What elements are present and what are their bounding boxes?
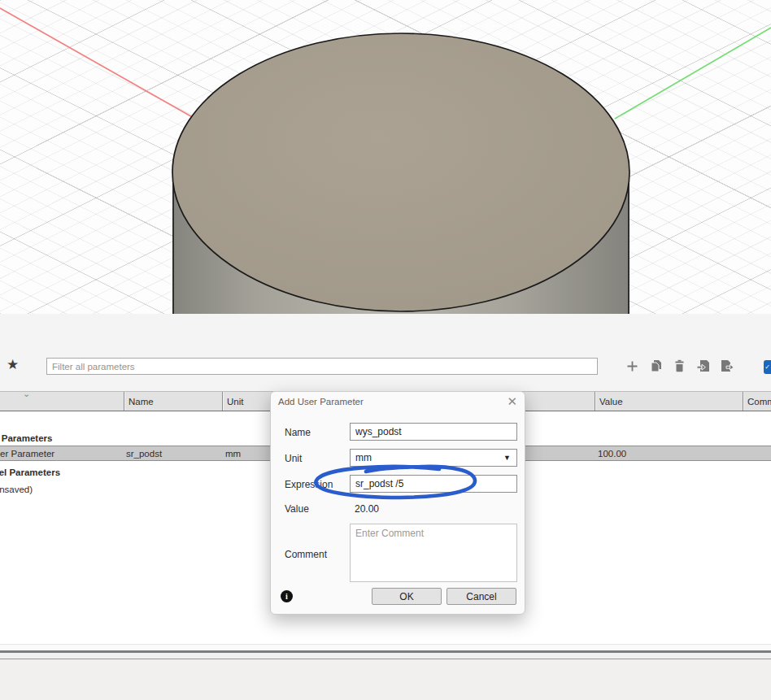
favorites-column-header[interactable]: ⌄ xyxy=(0,392,124,411)
parameter-actions-toolbar xyxy=(625,359,734,373)
unit-field-label: Unit xyxy=(285,453,302,464)
y-axis-green xyxy=(615,28,771,119)
expression-field-label: Expression xyxy=(285,479,333,490)
parameter-value-cell: 100.00 xyxy=(598,446,626,461)
value-field-label: Value xyxy=(285,503,309,515)
info-icon[interactable]: i xyxy=(281,590,293,602)
favorites-star-icon[interactable]: ★ xyxy=(7,356,19,373)
close-icon[interactable]: ✕ xyxy=(507,394,517,409)
viewport-scene xyxy=(0,0,771,314)
chevron-down-icon[interactable]: ⌄ xyxy=(23,389,30,399)
x-axis-red xyxy=(0,8,195,119)
dialog-title: Add User Parameter xyxy=(278,397,364,407)
import-csv-icon[interactable] xyxy=(695,359,711,373)
copy-parameter-icon[interactable] xyxy=(648,359,664,373)
comments-column-header[interactable]: Comments xyxy=(743,392,771,411)
add-user-parameter-dialog: Add User Parameter ✕ Name Unit mm ▼ Expr… xyxy=(270,391,525,615)
footer-area xyxy=(0,659,771,700)
value-column-header[interactable]: Value xyxy=(595,392,743,411)
splitter-gap xyxy=(0,653,771,659)
comment-field-label: Comment xyxy=(285,549,327,560)
comment-textarea[interactable] xyxy=(350,524,517,582)
export-csv-icon[interactable] xyxy=(719,359,734,373)
name-input[interactable] xyxy=(350,423,517,441)
filter-parameters-input[interactable] xyxy=(46,358,598,375)
name-field-label: Name xyxy=(285,427,311,438)
3d-viewport[interactable] xyxy=(0,0,771,314)
ok-button[interactable]: OK xyxy=(372,588,442,605)
dropdown-arrow-icon: ▼ xyxy=(503,450,511,466)
name-column-header[interactable]: Name xyxy=(124,392,222,411)
add-parameter-icon[interactable] xyxy=(625,359,640,373)
fusion-parameters-screen: ★ xyxy=(0,0,771,700)
parameters-panel xyxy=(0,314,771,391)
cancel-button[interactable]: Cancel xyxy=(446,588,516,605)
cylinder-body[interactable] xyxy=(172,33,629,314)
computed-value-text: 20.00 xyxy=(355,503,379,515)
parameter-name-cell: sr_podst xyxy=(126,446,162,461)
clipped-blue-check-button[interactable]: ✓ xyxy=(764,360,771,374)
expression-input[interactable] xyxy=(350,475,517,493)
delete-parameter-icon[interactable] xyxy=(672,359,687,373)
unit-select[interactable]: mm ▼ xyxy=(350,449,517,467)
parameter-unit-cell: mm xyxy=(225,446,241,461)
panel-bottom-divider xyxy=(0,644,771,650)
